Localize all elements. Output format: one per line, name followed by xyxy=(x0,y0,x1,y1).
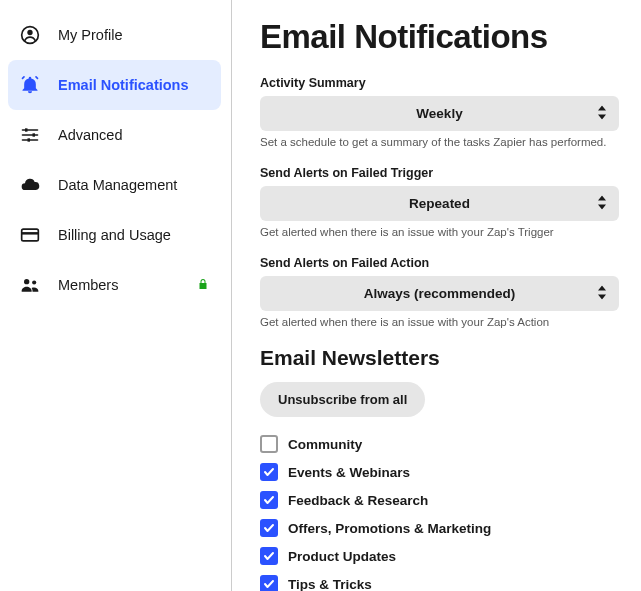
newsletter-label: Feedback & Research xyxy=(288,493,428,508)
card-icon xyxy=(20,225,40,245)
page-title: Email Notifications xyxy=(260,18,619,56)
newsletter-item-community[interactable]: Community xyxy=(260,435,619,453)
newsletter-list: Community Events & Webinars Feedback & R… xyxy=(260,435,619,591)
newsletter-label: Product Updates xyxy=(288,549,396,564)
checkbox-icon xyxy=(260,491,278,509)
svg-rect-2 xyxy=(25,128,28,131)
newsletter-item-offers[interactable]: Offers, Promotions & Marketing xyxy=(260,519,619,537)
sidebar-item-label: Billing and Usage xyxy=(58,227,171,243)
newsletter-item-tips[interactable]: Tips & Tricks xyxy=(260,575,619,591)
checkbox-icon xyxy=(260,547,278,565)
setting-helper: Get alerted when there is an issue with … xyxy=(260,226,619,238)
sidebar-item-advanced[interactable]: Advanced xyxy=(8,110,221,160)
setting-activity-summary: Activity Summary Weekly Set a schedule t… xyxy=(260,76,619,148)
checkbox-icon xyxy=(260,575,278,591)
newsletter-label: Tips & Tricks xyxy=(288,577,372,592)
bell-icon xyxy=(20,75,40,95)
failed-trigger-select[interactable]: Repeated xyxy=(260,186,619,221)
failed-action-select[interactable]: Always (recommended) xyxy=(260,276,619,311)
sidebar-item-label: Advanced xyxy=(58,127,123,143)
newsletter-item-events[interactable]: Events & Webinars xyxy=(260,463,619,481)
profile-icon xyxy=(20,25,40,45)
sidebar-item-billing-and-usage[interactable]: Billing and Usage xyxy=(8,210,221,260)
checkbox-icon xyxy=(260,463,278,481)
setting-failed-trigger: Send Alerts on Failed Trigger Repeated G… xyxy=(260,166,619,238)
lock-icon xyxy=(197,277,209,293)
newsletter-label: Offers, Promotions & Marketing xyxy=(288,521,491,536)
sidebar-item-email-notifications[interactable]: Email Notifications xyxy=(8,60,221,110)
main-content: Email Notifications Activity Summary Wee… xyxy=(232,0,641,591)
newsletter-item-feedback[interactable]: Feedback & Research xyxy=(260,491,619,509)
people-icon xyxy=(20,275,40,295)
newsletter-label: Community xyxy=(288,437,362,452)
setting-label: Send Alerts on Failed Action xyxy=(260,256,619,270)
newsletter-item-product-updates[interactable]: Product Updates xyxy=(260,547,619,565)
sidebar-item-label: Members xyxy=(58,277,118,293)
sidebar-item-members[interactable]: Members xyxy=(8,260,221,310)
unsubscribe-all-button[interactable]: Unsubscribe from all xyxy=(260,382,425,417)
sidebar: My Profile Email Notifications Advanced … xyxy=(0,0,232,591)
svg-rect-4 xyxy=(28,138,31,141)
setting-helper: Get alerted when there is an issue with … xyxy=(260,316,619,328)
newsletter-label: Events & Webinars xyxy=(288,465,410,480)
sliders-icon xyxy=(20,125,40,145)
activity-summary-select[interactable]: Weekly xyxy=(260,96,619,131)
setting-label: Activity Summary xyxy=(260,76,619,90)
newsletters-title: Email Newsletters xyxy=(260,346,619,370)
setting-label: Send Alerts on Failed Trigger xyxy=(260,166,619,180)
setting-failed-action: Send Alerts on Failed Action Always (rec… xyxy=(260,256,619,328)
svg-point-6 xyxy=(24,279,29,284)
setting-helper: Set a schedule to get a summary of the t… xyxy=(260,136,619,148)
sidebar-item-label: My Profile xyxy=(58,27,122,43)
sidebar-item-label: Data Management xyxy=(58,177,177,193)
checkbox-icon xyxy=(260,435,278,453)
svg-point-7 xyxy=(32,280,36,284)
sidebar-item-label: Email Notifications xyxy=(58,77,189,93)
sidebar-item-data-management[interactable]: Data Management xyxy=(8,160,221,210)
sidebar-item-my-profile[interactable]: My Profile xyxy=(8,10,221,60)
checkbox-icon xyxy=(260,519,278,537)
svg-rect-5 xyxy=(22,229,39,241)
cloud-icon xyxy=(20,175,40,195)
svg-point-1 xyxy=(27,30,32,35)
svg-rect-3 xyxy=(33,133,36,136)
